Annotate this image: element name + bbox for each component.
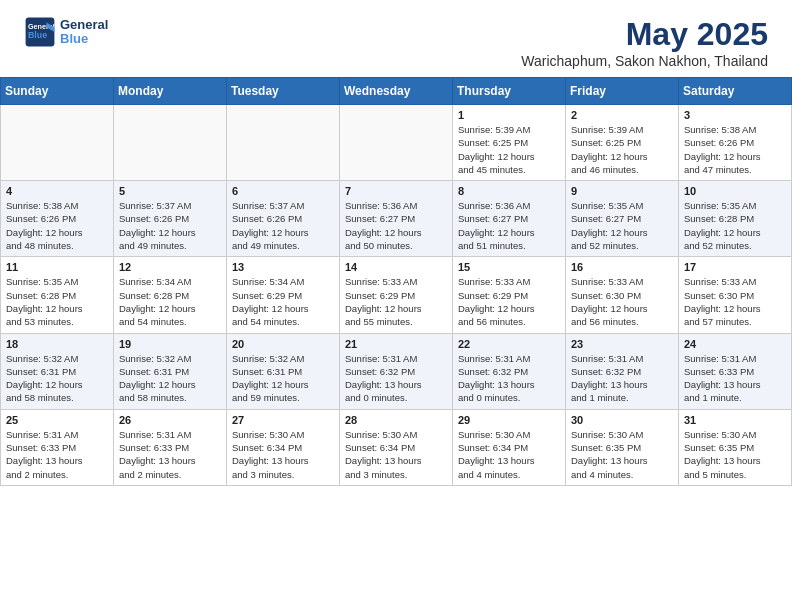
calendar-week-row: 25Sunrise: 5:31 AM Sunset: 6:33 PM Dayli… xyxy=(1,409,792,485)
logo: General Blue General Blue xyxy=(24,16,108,48)
day-info: Sunrise: 5:31 AM Sunset: 6:32 PM Dayligh… xyxy=(345,352,447,405)
table-row: 23Sunrise: 5:31 AM Sunset: 6:32 PM Dayli… xyxy=(566,333,679,409)
day-number: 22 xyxy=(458,338,560,350)
calendar-week-row: 4Sunrise: 5:38 AM Sunset: 6:26 PM Daylig… xyxy=(1,181,792,257)
day-number: 15 xyxy=(458,261,560,273)
table-row: 29Sunrise: 5:30 AM Sunset: 6:34 PM Dayli… xyxy=(453,409,566,485)
day-number: 10 xyxy=(684,185,786,197)
day-info: Sunrise: 5:33 AM Sunset: 6:29 PM Dayligh… xyxy=(345,275,447,328)
col-saturday: Saturday xyxy=(679,78,792,105)
day-info: Sunrise: 5:37 AM Sunset: 6:26 PM Dayligh… xyxy=(232,199,334,252)
day-info: Sunrise: 5:30 AM Sunset: 6:35 PM Dayligh… xyxy=(684,428,786,481)
table-row xyxy=(114,105,227,181)
logo-icon: General Blue xyxy=(24,16,56,48)
day-number: 7 xyxy=(345,185,447,197)
table-row xyxy=(1,105,114,181)
day-number: 12 xyxy=(119,261,221,273)
day-number: 23 xyxy=(571,338,673,350)
table-row: 22Sunrise: 5:31 AM Sunset: 6:32 PM Dayli… xyxy=(453,333,566,409)
table-row: 17Sunrise: 5:33 AM Sunset: 6:30 PM Dayli… xyxy=(679,257,792,333)
day-number: 14 xyxy=(345,261,447,273)
day-info: Sunrise: 5:31 AM Sunset: 6:33 PM Dayligh… xyxy=(684,352,786,405)
day-info: Sunrise: 5:34 AM Sunset: 6:29 PM Dayligh… xyxy=(232,275,334,328)
table-row: 27Sunrise: 5:30 AM Sunset: 6:34 PM Dayli… xyxy=(227,409,340,485)
day-info: Sunrise: 5:32 AM Sunset: 6:31 PM Dayligh… xyxy=(119,352,221,405)
day-number: 26 xyxy=(119,414,221,426)
day-number: 2 xyxy=(571,109,673,121)
table-row xyxy=(340,105,453,181)
day-number: 20 xyxy=(232,338,334,350)
table-row: 28Sunrise: 5:30 AM Sunset: 6:34 PM Dayli… xyxy=(340,409,453,485)
title-block: May 2025 Warichaphum, Sakon Nakhon, Thai… xyxy=(521,16,768,69)
day-info: Sunrise: 5:39 AM Sunset: 6:25 PM Dayligh… xyxy=(571,123,673,176)
day-info: Sunrise: 5:36 AM Sunset: 6:27 PM Dayligh… xyxy=(458,199,560,252)
table-row: 12Sunrise: 5:34 AM Sunset: 6:28 PM Dayli… xyxy=(114,257,227,333)
calendar-week-row: 18Sunrise: 5:32 AM Sunset: 6:31 PM Dayli… xyxy=(1,333,792,409)
calendar-week-row: 11Sunrise: 5:35 AM Sunset: 6:28 PM Dayli… xyxy=(1,257,792,333)
calendar-week-row: 1Sunrise: 5:39 AM Sunset: 6:25 PM Daylig… xyxy=(1,105,792,181)
table-row: 10Sunrise: 5:35 AM Sunset: 6:28 PM Dayli… xyxy=(679,181,792,257)
day-info: Sunrise: 5:32 AM Sunset: 6:31 PM Dayligh… xyxy=(6,352,108,405)
day-info: Sunrise: 5:31 AM Sunset: 6:33 PM Dayligh… xyxy=(6,428,108,481)
day-number: 16 xyxy=(571,261,673,273)
day-number: 17 xyxy=(684,261,786,273)
month-title: May 2025 xyxy=(521,16,768,53)
table-row: 26Sunrise: 5:31 AM Sunset: 6:33 PM Dayli… xyxy=(114,409,227,485)
table-row: 25Sunrise: 5:31 AM Sunset: 6:33 PM Dayli… xyxy=(1,409,114,485)
table-row: 14Sunrise: 5:33 AM Sunset: 6:29 PM Dayli… xyxy=(340,257,453,333)
day-info: Sunrise: 5:31 AM Sunset: 6:32 PM Dayligh… xyxy=(458,352,560,405)
col-thursday: Thursday xyxy=(453,78,566,105)
col-sunday: Sunday xyxy=(1,78,114,105)
table-row: 18Sunrise: 5:32 AM Sunset: 6:31 PM Dayli… xyxy=(1,333,114,409)
day-info: Sunrise: 5:30 AM Sunset: 6:34 PM Dayligh… xyxy=(458,428,560,481)
day-number: 25 xyxy=(6,414,108,426)
table-row: 20Sunrise: 5:32 AM Sunset: 6:31 PM Dayli… xyxy=(227,333,340,409)
day-info: Sunrise: 5:33 AM Sunset: 6:29 PM Dayligh… xyxy=(458,275,560,328)
calendar-header-row: Sunday Monday Tuesday Wednesday Thursday… xyxy=(1,78,792,105)
day-info: Sunrise: 5:36 AM Sunset: 6:27 PM Dayligh… xyxy=(345,199,447,252)
table-row: 5Sunrise: 5:37 AM Sunset: 6:26 PM Daylig… xyxy=(114,181,227,257)
day-number: 9 xyxy=(571,185,673,197)
day-info: Sunrise: 5:35 AM Sunset: 6:27 PM Dayligh… xyxy=(571,199,673,252)
page-header: General Blue General Blue May 2025 Waric… xyxy=(0,0,792,77)
table-row xyxy=(227,105,340,181)
day-number: 29 xyxy=(458,414,560,426)
day-info: Sunrise: 5:35 AM Sunset: 6:28 PM Dayligh… xyxy=(6,275,108,328)
day-number: 28 xyxy=(345,414,447,426)
table-row: 4Sunrise: 5:38 AM Sunset: 6:26 PM Daylig… xyxy=(1,181,114,257)
table-row: 6Sunrise: 5:37 AM Sunset: 6:26 PM Daylig… xyxy=(227,181,340,257)
day-info: Sunrise: 5:30 AM Sunset: 6:34 PM Dayligh… xyxy=(232,428,334,481)
day-info: Sunrise: 5:34 AM Sunset: 6:28 PM Dayligh… xyxy=(119,275,221,328)
table-row: 31Sunrise: 5:30 AM Sunset: 6:35 PM Dayli… xyxy=(679,409,792,485)
day-info: Sunrise: 5:33 AM Sunset: 6:30 PM Dayligh… xyxy=(571,275,673,328)
day-info: Sunrise: 5:38 AM Sunset: 6:26 PM Dayligh… xyxy=(6,199,108,252)
day-number: 30 xyxy=(571,414,673,426)
day-info: Sunrise: 5:31 AM Sunset: 6:33 PM Dayligh… xyxy=(119,428,221,481)
table-row: 24Sunrise: 5:31 AM Sunset: 6:33 PM Dayli… xyxy=(679,333,792,409)
calendar-table: Sunday Monday Tuesday Wednesday Thursday… xyxy=(0,77,792,486)
day-info: Sunrise: 5:31 AM Sunset: 6:32 PM Dayligh… xyxy=(571,352,673,405)
table-row: 1Sunrise: 5:39 AM Sunset: 6:25 PM Daylig… xyxy=(453,105,566,181)
day-number: 3 xyxy=(684,109,786,121)
day-number: 5 xyxy=(119,185,221,197)
location-subtitle: Warichaphum, Sakon Nakhon, Thailand xyxy=(521,53,768,69)
day-info: Sunrise: 5:30 AM Sunset: 6:34 PM Dayligh… xyxy=(345,428,447,481)
day-info: Sunrise: 5:33 AM Sunset: 6:30 PM Dayligh… xyxy=(684,275,786,328)
table-row: 16Sunrise: 5:33 AM Sunset: 6:30 PM Dayli… xyxy=(566,257,679,333)
day-info: Sunrise: 5:32 AM Sunset: 6:31 PM Dayligh… xyxy=(232,352,334,405)
day-number: 8 xyxy=(458,185,560,197)
table-row: 11Sunrise: 5:35 AM Sunset: 6:28 PM Dayli… xyxy=(1,257,114,333)
col-tuesday: Tuesday xyxy=(227,78,340,105)
day-number: 11 xyxy=(6,261,108,273)
day-number: 1 xyxy=(458,109,560,121)
table-row: 21Sunrise: 5:31 AM Sunset: 6:32 PM Dayli… xyxy=(340,333,453,409)
col-monday: Monday xyxy=(114,78,227,105)
table-row: 2Sunrise: 5:39 AM Sunset: 6:25 PM Daylig… xyxy=(566,105,679,181)
svg-text:Blue: Blue xyxy=(28,30,47,40)
table-row: 13Sunrise: 5:34 AM Sunset: 6:29 PM Dayli… xyxy=(227,257,340,333)
table-row: 15Sunrise: 5:33 AM Sunset: 6:29 PM Dayli… xyxy=(453,257,566,333)
day-number: 13 xyxy=(232,261,334,273)
day-info: Sunrise: 5:30 AM Sunset: 6:35 PM Dayligh… xyxy=(571,428,673,481)
logo-text-blue: Blue xyxy=(60,32,108,46)
day-info: Sunrise: 5:37 AM Sunset: 6:26 PM Dayligh… xyxy=(119,199,221,252)
